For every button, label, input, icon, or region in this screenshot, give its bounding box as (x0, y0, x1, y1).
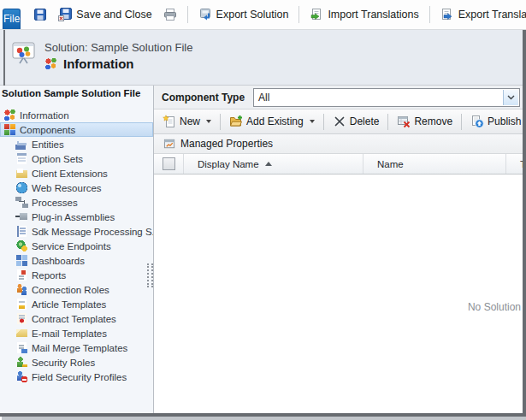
export-solution-label: Export Solution (216, 9, 289, 21)
entities-icon (15, 138, 28, 151)
delete-button[interactable]: Delete (328, 112, 385, 131)
crm-solution-editor-window: File Save and Close Export Solution Impo… (0, 0, 526, 420)
toolbar-separator (387, 114, 388, 130)
option-sets-icon (15, 152, 28, 165)
ribbon-separator (187, 6, 188, 23)
save-button[interactable] (28, 5, 52, 24)
sidebar-item-mail-merge-templates[interactable]: Mail Merge Templates (0, 340, 153, 355)
add-existing-icon (229, 115, 243, 128)
remove-icon (397, 115, 411, 128)
select-all-checkbox[interactable] (163, 157, 175, 170)
save-and-close-label: Save and Close (76, 9, 151, 21)
information-balls-icon (44, 57, 58, 71)
toolbar-separator (323, 114, 324, 130)
sidebar-item-contract-templates[interactable]: Contract Templates (0, 311, 153, 326)
sdk-message-icon (15, 225, 28, 238)
page-title: Information (63, 56, 134, 71)
sidebar-item-plugin-assemblies[interactable]: Plug-in Assemblies (0, 210, 153, 224)
export-translations-button[interactable]: Export Translations (435, 5, 526, 24)
ribbon-separator (298, 6, 299, 23)
security-roles-icon (15, 356, 28, 369)
field-security-icon (15, 370, 28, 383)
sidebar-item-field-security-profiles[interactable]: Field Security Profiles (0, 370, 153, 384)
sidebar-item-service-endpoints[interactable]: Service Endpoints (0, 239, 153, 253)
print-icon (163, 8, 177, 21)
sidebar-item-client-extensions[interactable]: Client Extensions (0, 166, 153, 180)
dropdown-caret-icon (206, 120, 211, 123)
body: Solution Sample Solution File Informatio… (0, 86, 523, 413)
processes-icon (15, 196, 28, 209)
save-and-close-button[interactable]: Save and Close (53, 5, 157, 24)
new-button[interactable]: New (157, 112, 216, 131)
new-icon (163, 115, 176, 128)
export-solution-icon (198, 8, 212, 21)
reports-icon (15, 269, 28, 281)
grid-header: Display Name Name Type (154, 154, 523, 175)
solution-title: Solution: Sample Solution File (44, 41, 192, 54)
print-button[interactable] (158, 5, 182, 24)
dashboards-icon (15, 254, 28, 267)
publish-button[interactable]: Publish (465, 112, 523, 131)
sidebar: Solution Sample Solution File Informatio… (0, 86, 154, 413)
remove-button[interactable]: Remove (392, 112, 458, 131)
sidebar-item-connection-roles[interactable]: Connection Roles (0, 282, 153, 297)
article-templates-icon (15, 298, 28, 311)
email-templates-icon (15, 327, 28, 340)
sidebar-item-web-resources[interactable]: Web Resources (0, 180, 153, 195)
sidebar-item-article-templates[interactable]: Article Templates (0, 297, 153, 311)
publish-icon (470, 115, 484, 128)
save-and-close-icon (58, 8, 72, 21)
components-icon (3, 123, 16, 136)
sidebar-item-entities[interactable]: Entities (0, 137, 153, 151)
sidebar-item-components[interactable]: Components (0, 122, 153, 137)
export-translations-label: Export Translations (458, 9, 526, 21)
ribbon-actions: Save and Close Export Solution Import Tr… (28, 5, 526, 24)
delete-icon (333, 115, 346, 128)
import-translations-button[interactable]: Import Translations (304, 5, 423, 24)
window-bottom-shadow (2, 417, 526, 420)
column-header-name[interactable]: Name (363, 154, 506, 174)
solution-icon (11, 39, 37, 85)
select-all-column-header[interactable] (154, 154, 184, 174)
sidebar-item-option-sets[interactable]: Option Sets (0, 151, 153, 166)
add-existing-button[interactable]: Add Existing (224, 112, 320, 131)
file-tab[interactable]: File (3, 9, 21, 29)
sort-ascending-icon (265, 162, 272, 166)
import-translations-icon (310, 8, 323, 21)
sidebar-item-processes[interactable]: Processes (0, 195, 153, 210)
toolbar-separator (461, 114, 462, 130)
contract-templates-icon (15, 312, 28, 325)
sidebar-item-reports[interactable]: Reports (0, 268, 153, 282)
sidebar-nav: Information Components Entities Option S… (0, 108, 153, 384)
managed-properties-button[interactable]: Managed Properties (158, 137, 278, 151)
window-left-edge (3, 30, 5, 86)
chevron-down-icon[interactable] (503, 90, 518, 105)
splitter-handle[interactable] (147, 263, 153, 287)
sidebar-item-email-templates[interactable]: E-mail Templates (0, 326, 153, 340)
header-text: Solution: Sample Solution File Informati… (44, 30, 192, 85)
information-icon (3, 109, 16, 121)
import-translations-label: Import Translations (328, 9, 418, 21)
ribbon-separator (429, 6, 430, 23)
sidebar-item-security-roles[interactable]: Security Roles (0, 355, 153, 370)
mail-merge-templates-icon (15, 341, 28, 354)
component-type-label: Component Type (162, 92, 245, 104)
grid-body: No Solution (154, 175, 523, 413)
component-type-row: Component Type All (154, 86, 523, 109)
connection-roles-icon (15, 283, 28, 296)
sidebar-title: Solution Sample Solution File (0, 86, 153, 98)
dropdown-caret-icon (310, 120, 315, 123)
header: Solution: Sample Solution File Informati… (0, 30, 523, 86)
component-type-value: All (258, 92, 269, 104)
managed-properties-icon (163, 138, 176, 151)
service-endpoints-icon (15, 240, 28, 252)
component-type-select[interactable]: All (253, 88, 520, 107)
window-right-edge (523, 30, 526, 417)
column-header-display-name[interactable]: Display Name (184, 154, 363, 174)
sidebar-item-information[interactable]: Information (0, 108, 153, 122)
export-translations-icon (440, 8, 454, 21)
plugin-assemblies-icon (15, 210, 28, 223)
export-solution-button[interactable]: Export Solution (193, 5, 294, 24)
sidebar-item-dashboards[interactable]: Dashboards (0, 253, 153, 268)
sidebar-item-sdk-message-processing[interactable]: Sdk Message Processing S... (0, 224, 153, 239)
